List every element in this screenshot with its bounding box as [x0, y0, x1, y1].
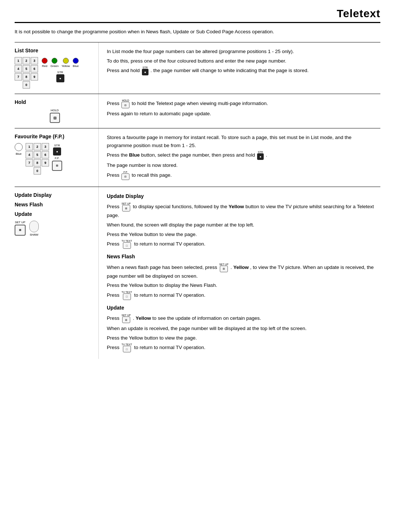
hold-button: ⊟ [50, 113, 60, 123]
update-para1: Press SET UP ⊞ . Yellow to see the updat… [107, 314, 377, 323]
setup-inline-btn: SET UP ⊞ [121, 202, 131, 211]
red-button: Red [42, 58, 48, 68]
section-right-favourite: Stores a favourite page in memory for in… [99, 128, 380, 187]
section-label-list-store: List Store [15, 48, 95, 53]
yellow-label: Yellow [61, 64, 70, 68]
numpad-2: 2 [23, 57, 30, 64]
numpad-4: 4 [15, 65, 22, 72]
fp-inline-icon: ⊟ [121, 173, 129, 180]
update-para4: Press TV TEXT □ to return to normal TV o… [107, 343, 377, 352]
green-button: Green [50, 58, 59, 68]
section-left-hold: Hold HOLD ⊟ [15, 94, 99, 128]
fav-str-inline: STR ■ [257, 151, 264, 160]
hold-para1-prefix: Press [107, 101, 121, 106]
numpad-9: 9 [31, 73, 38, 80]
section-left-favourite: Favourite Page (F.P.) Blue 1 2 3 4 5 6 [15, 128, 99, 187]
update-display-para1: Press SET UP ⊞ to display special functi… [107, 202, 377, 220]
fav-numpad-0: 0 [34, 167, 41, 175]
page-header: Teletext [15, 7, 380, 23]
section-right-update: Update Display Press SET UP ⊞ to display… [99, 187, 380, 359]
fav-numpad-5: 5 [34, 151, 41, 158]
update-display-para4: Press TV TEXT □ to return to normal TV o… [107, 240, 377, 249]
tvtext-inline-icon-2: □ [123, 293, 131, 300]
numpad-6: 6 [31, 65, 38, 72]
numpad-8: 8 [23, 73, 30, 80]
tvtext-inline-icon-3: □ [123, 346, 131, 352]
section-list-store: List Store 1 2 3 4 5 6 7 8 9 0 [15, 42, 380, 94]
fav-str-fp-col: STR ■ F.P. ⊟ [52, 143, 62, 171]
fav-para1: Stores a favourite page in memory for in… [107, 134, 377, 149]
update-display-para2: When found, the screen will display the … [107, 221, 377, 229]
list-store-para1: In List mode the four page numbers can b… [107, 48, 377, 56]
section-right-list-store: In List mode the four page numbers can b… [99, 42, 380, 94]
section-favourite: Favourite Page (F.P.) Blue 1 2 3 4 5 6 [15, 128, 380, 187]
fp-inline-btn: F.P. ⊟ [121, 171, 129, 180]
red-circle [42, 58, 48, 64]
numpad-5: 5 [23, 65, 30, 72]
section-right-hold: Press HOLD ⊟ to hold the Teletext page w… [99, 94, 380, 128]
green-label: Green [50, 64, 59, 68]
list-store-diagram: 1 2 3 4 5 6 7 8 9 0 [15, 57, 95, 89]
update-para2: When an update is received, the page num… [107, 325, 377, 333]
fp-button: ⊟ [52, 161, 62, 171]
fav-diagram: Blue 1 2 3 4 5 6 7 8 9 0 [15, 143, 95, 175]
numpad-7: 7 [15, 73, 22, 80]
setup-button: ⊞ [15, 225, 26, 236]
hold-top-label: HOLD [50, 109, 59, 112]
fav-numpad-6: 6 [42, 151, 49, 158]
section-left-update: Update Display News Flash Update SET UP … [15, 187, 99, 359]
fav-fp-container: F.P. ⊟ [52, 157, 62, 171]
numpad-list: 1 2 3 4 5 6 7 8 9 0 [15, 57, 38, 89]
numpad-fav: 1 2 3 4 5 6 7 8 9 0 [26, 143, 49, 175]
tvtext-inline-btn-2: TV TEXT □ [121, 291, 132, 300]
hold-para1-suffix: to hold the Teletext page when viewing m… [132, 101, 268, 106]
shadow-btn-container: SHAW [29, 221, 39, 236]
update-heading: Update [107, 304, 377, 312]
setup-button-container: SET UP ⊞ [15, 221, 26, 236]
blue-label: Blue [73, 64, 79, 68]
list-store-para2: To do this, press one of the four colour… [107, 57, 377, 65]
fav-numpad-8: 8 [34, 159, 41, 166]
setup-inline-icon: ⊞ [122, 205, 130, 211]
section-hold: Hold HOLD ⊟ Press HOLD ⊟ to hold the Tel… [15, 94, 380, 128]
setup-inline-icon-3: ⊞ [122, 316, 130, 323]
fav-numpad-2: 2 [34, 143, 41, 150]
str-top-label: STR [57, 71, 63, 74]
red-label: Red [42, 64, 48, 68]
blue-button: Blue [73, 58, 79, 68]
list-store-para3: Press and hold STR ■ . the page number w… [107, 66, 377, 75]
numpad-0: 0 [23, 81, 30, 89]
str-button: ■ [56, 74, 64, 82]
setup-inline-btn-3: SET UP ⊞ [121, 314, 131, 323]
fav-para2: Press the Blue button, select the page n… [107, 151, 377, 160]
yellow-circle [63, 58, 69, 64]
hold-button-container: HOLD ⊟ [15, 109, 95, 123]
update-display-heading: Update Display [107, 192, 377, 200]
numpad-1: 1 [15, 57, 22, 64]
intro-text: It is not possible to change the program… [15, 28, 380, 35]
blue-btn-circle [15, 143, 23, 151]
str-inline-btn: STR ■ [142, 66, 148, 75]
update-diagram: SET UP ⊞ SHAW [15, 221, 95, 236]
hold-para2: Press again to return to automatic page … [107, 110, 377, 118]
fav-numpad-9: 9 [42, 159, 49, 166]
str-button-container: STR ■ [42, 71, 79, 82]
shadow-circle-btn [29, 221, 39, 232]
green-circle [52, 58, 57, 64]
blue-btn-label: Blue [16, 152, 22, 156]
section-label-hold: Hold [15, 99, 95, 105]
hold-inline-icon: ⊟ [121, 102, 129, 108]
fav-numpad-col: 1 2 3 4 5 6 7 8 9 0 [26, 143, 49, 175]
section-left-list-store: List Store 1 2 3 4 5 6 7 8 9 0 [15, 42, 99, 94]
section-label-update3: Update [15, 211, 95, 217]
blue-btn-col: Blue [15, 143, 23, 156]
fav-numpad-3: 3 [42, 143, 49, 150]
section-update: Update Display News Flash Update SET UP … [15, 187, 380, 359]
fav-str-btn: ■ [53, 147, 61, 156]
color-buttons: Red Green Yellow Blue [42, 58, 79, 68]
hold-para1: Press HOLD ⊟ to hold the Teletext page w… [107, 99, 377, 108]
yellow-button: Yellow [61, 58, 70, 68]
tvtext-inline-icon-1: □ [123, 242, 131, 249]
blue-circle [73, 58, 79, 64]
list-store-para3-suffix: . the page number will change to white i… [151, 68, 309, 74]
